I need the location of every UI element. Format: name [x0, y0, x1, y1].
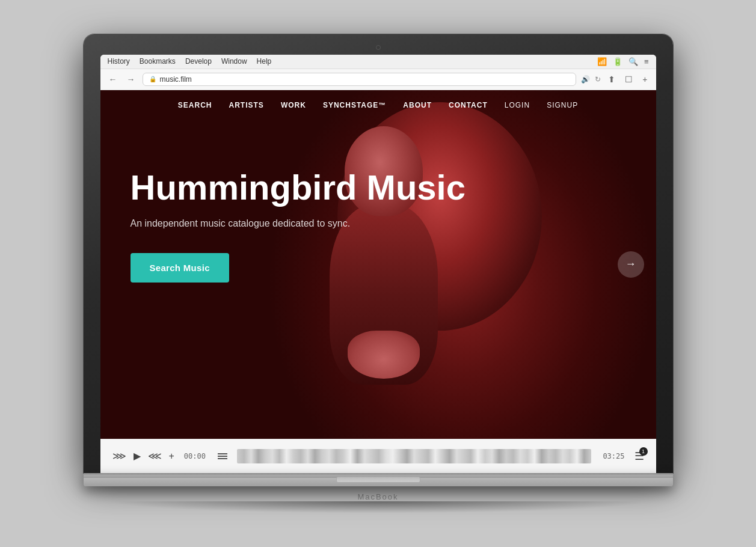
nav-signup[interactable]: Signup: [547, 101, 578, 109]
playlist-button[interactable]: ☰ 1: [635, 450, 644, 463]
back-button[interactable]: ←: [106, 73, 120, 85]
menu-help[interactable]: Help: [257, 57, 272, 66]
url-text: music.film: [160, 75, 192, 84]
wifi-icon: 📶: [597, 57, 607, 66]
screen-bezel: History Bookmarks Develop Window Help 📶 …: [84, 34, 673, 473]
person-hands: [348, 331, 420, 379]
nav-search[interactable]: SEARCH: [178, 101, 212, 109]
audio-player: ⋙ ▶ ⋘ + 00:00 03:25 ☰: [100, 439, 656, 473]
menu-window[interactable]: Window: [221, 57, 247, 66]
search-music-button[interactable]: Search Music: [131, 253, 229, 283]
nav-contact[interactable]: CONTACT: [449, 101, 488, 109]
menu-bars-icon[interactable]: [218, 453, 227, 459]
add-track-button[interactable]: +: [169, 451, 174, 462]
menu-bookmarks[interactable]: Bookmarks: [140, 57, 176, 66]
player-controls: ⋙ ▶ ⋘ +: [112, 450, 174, 462]
hero-content: Hummingbird Music An independent music c…: [100, 120, 656, 319]
play-button[interactable]: ▶: [134, 450, 141, 462]
nav-about[interactable]: ABOUT: [403, 101, 432, 109]
nav-artists[interactable]: ARTISTS: [229, 101, 264, 109]
nav-synchstage[interactable]: SYNCHSTAGE™: [323, 101, 386, 109]
refresh-icon[interactable]: ↻: [595, 75, 601, 84]
list-icon[interactable]: ≡: [644, 57, 649, 66]
trackpad: [336, 477, 420, 483]
fast-forward-button[interactable]: ⋘: [148, 450, 162, 462]
nav-login[interactable]: Login: [505, 101, 530, 109]
laptop-base-wrapper: [84, 473, 673, 486]
laptop-base: [84, 473, 673, 486]
lock-icon: 🔒: [149, 76, 156, 82]
share-button[interactable]: ⬆: [606, 73, 618, 85]
laptop-mockup: History Bookmarks Develop Window Help 📶 …: [84, 34, 673, 513]
battery-icon: 🔋: [613, 57, 622, 66]
laptop-shadow: [108, 501, 649, 513]
website-content: SEARCH ARTISTS WORK SYNCHSTAGE™ ABOUT CO…: [100, 90, 656, 439]
nav-work[interactable]: WORK: [281, 101, 306, 109]
hero-subtitle: An independent music catalogue dedicated…: [131, 218, 626, 229]
navigation: SEARCH ARTISTS WORK SYNCHSTAGE™ ABOUT CO…: [100, 90, 656, 120]
volume-icon[interactable]: 🔊: [581, 75, 590, 84]
browser-window: History Bookmarks Develop Window Help 📶 …: [100, 55, 656, 473]
forward-button[interactable]: →: [124, 73, 138, 85]
total-time: 03:25: [601, 452, 625, 460]
browser-toolbar: ← → 🔒 music.film 🔊 ↻ ⬆ ☐ +: [100, 69, 656, 90]
waveform-visual: [237, 449, 591, 463]
rewind-button[interactable]: ⋙: [112, 450, 126, 462]
spotlight-icon[interactable]: 🔍: [628, 57, 638, 66]
new-tab-button[interactable]: +: [640, 73, 650, 85]
waveform[interactable]: [237, 445, 591, 467]
playlist-badge: 1: [639, 447, 648, 456]
hero-title: Hummingbird Music: [131, 168, 479, 207]
fullscreen-button[interactable]: ☐: [622, 73, 635, 85]
browser-menubar: History Bookmarks Develop Window Help 📶 …: [100, 55, 656, 69]
next-arrow-button[interactable]: →: [618, 251, 644, 278]
address-bar[interactable]: 🔒 music.film: [143, 73, 577, 86]
menubar-right: 📶 🔋 🔍 ≡: [597, 57, 649, 66]
arrow-right-icon: →: [625, 258, 636, 270]
menu-history[interactable]: History: [108, 57, 130, 66]
menu-develop[interactable]: Develop: [185, 57, 212, 66]
macbook-label: MacBook: [357, 492, 398, 501]
camera: [376, 45, 381, 50]
current-time: 00:00: [184, 452, 208, 460]
toolbar-right: 🔊 ↻ ⬆ ☐ +: [581, 73, 650, 85]
